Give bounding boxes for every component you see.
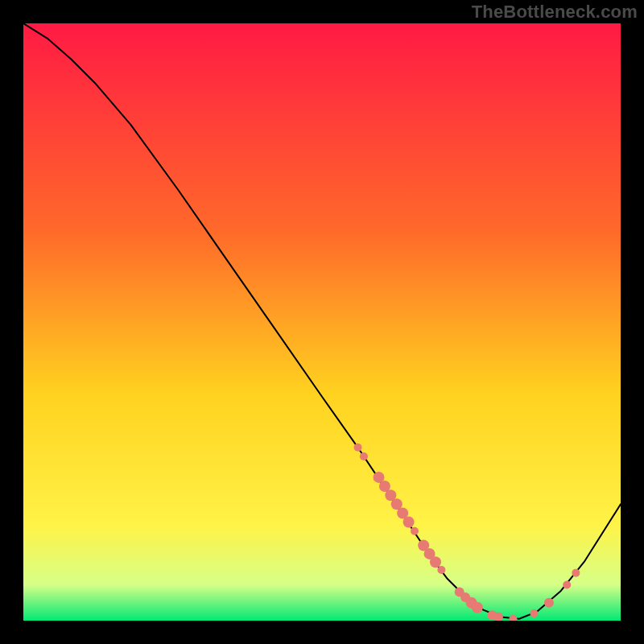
watermark-text: TheBottleneck.com bbox=[472, 2, 638, 23]
curve-marker bbox=[360, 452, 368, 460]
curve-marker bbox=[437, 566, 445, 574]
curve-marker bbox=[544, 598, 554, 608]
curve-marker bbox=[530, 609, 538, 617]
curve-marker bbox=[430, 556, 441, 568]
chart-frame: TheBottleneck.com bbox=[0, 0, 644, 644]
curve-marker bbox=[354, 444, 362, 452]
curve-marker bbox=[563, 580, 571, 588]
chart-svg bbox=[23, 23, 621, 621]
gradient-background bbox=[23, 23, 621, 621]
curve-marker bbox=[572, 569, 580, 577]
plot-area bbox=[23, 23, 621, 621]
curve-marker bbox=[472, 602, 483, 613]
curve-marker bbox=[411, 527, 419, 535]
curve-marker bbox=[403, 517, 415, 528]
